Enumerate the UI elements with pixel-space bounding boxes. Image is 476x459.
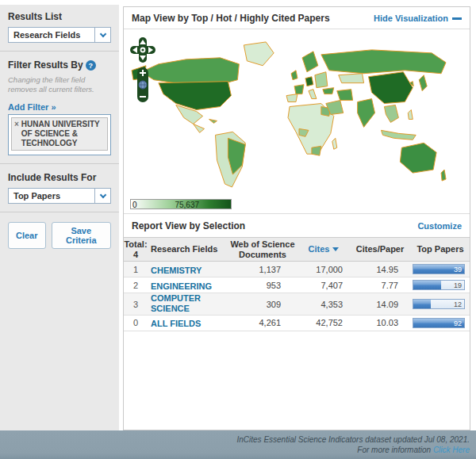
include-results-label: Include Results For	[8, 172, 111, 183]
column-header-cites[interactable]: Cites	[298, 243, 349, 256]
globe-reset-button[interactable]	[139, 81, 147, 89]
sort-descending-icon	[332, 247, 339, 251]
section-divider	[0, 51, 119, 52]
row-rank: 3	[124, 300, 148, 309]
top-papers-bar: 92	[413, 318, 465, 328]
include-results-dropdown[interactable]: Top Papers	[8, 188, 111, 204]
add-filter-link[interactable]: Add Filter »	[8, 102, 56, 112]
map-zoom-control	[137, 67, 148, 102]
results-table: Total: 4 Research Fields Web of Science …	[124, 237, 470, 331]
world-map[interactable]	[127, 31, 466, 189]
hide-visualization-label: Hide Visualization	[374, 13, 448, 23]
bar-value: 92	[454, 319, 462, 329]
row-cites-per-paper: 10.03	[349, 318, 411, 327]
row-cites-per-paper: 14.95	[349, 265, 411, 274]
row-cites-per-paper: 7.77	[349, 281, 411, 290]
map-navigation-controls	[130, 37, 155, 104]
total-count-header: Total: 4	[124, 238, 148, 261]
filter-tag-label: HUNAN UNIVERSITY OF SCIENCE & TECHNOLOGY	[21, 120, 105, 148]
table-row: 3 COMPUTER SCIENCE 309 4,353 14.09 12	[124, 293, 470, 316]
chevron-down-icon	[99, 191, 106, 197]
map-view-title: Map View by Top / Hot / Highly Cited Pap…	[132, 13, 330, 24]
filter-section-title: Filter Results By?	[8, 59, 111, 71]
field-link[interactable]: CHEMISTRY	[151, 266, 202, 276]
footer-info-line: For more information Click Here	[0, 445, 470, 455]
row-cites: 17,000	[298, 265, 349, 274]
row-cites: 42,752	[298, 318, 349, 327]
filter-note: Changing the filter field removes all cu…	[8, 75, 111, 94]
include-results-selected-value: Top Papers	[9, 191, 94, 201]
column-header-research-fields[interactable]: Research Fields	[148, 243, 227, 256]
bar-fill	[413, 281, 441, 289]
top-papers-bar: 19	[413, 280, 465, 290]
filter-tag: × HUNAN UNIVERSITY OF SCIENCE & TECHNOLO…	[11, 117, 108, 151]
dropdown-button[interactable]	[94, 28, 110, 42]
field-link[interactable]: COMPUTER SCIENCE	[151, 293, 227, 313]
table-header-row: Total: 4 Research Fields Web of Science …	[124, 237, 470, 262]
results-list-dropdown[interactable]: Research Fields	[8, 27, 111, 43]
map-legend: 0 75,637	[130, 199, 470, 213]
customize-link[interactable]: Customize	[417, 221, 462, 231]
cites-header-label: Cites	[309, 244, 330, 254]
row-docs: 953	[227, 281, 298, 290]
clear-button[interactable]: Clear	[8, 222, 46, 249]
top-papers-bar: 39	[413, 264, 465, 274]
row-cites-per-paper: 14.09	[349, 300, 411, 309]
top-papers-bar: 12	[413, 299, 465, 309]
save-criteria-button[interactable]: Save Criteria	[52, 222, 111, 249]
field-link[interactable]: ALL FIELDS	[151, 319, 201, 329]
map-panel-header: Map View by Top / Hot / Highly Cited Pap…	[124, 7, 470, 29]
column-header-top-papers[interactable]: Top Papers	[411, 243, 470, 256]
main-panel: Map View by Top / Hot / Highly Cited Pap…	[123, 6, 470, 430]
row-docs: 4,261	[227, 318, 298, 327]
esi-application: Results List Research Fields Filter Resu…	[0, 0, 476, 459]
footer-info-prefix: For more information	[357, 446, 433, 454]
row-docs: 1,137	[227, 265, 298, 274]
footer: InCites Essential Science Indicators dat…	[0, 430, 476, 459]
field-link[interactable]: ENGINEERING	[151, 281, 212, 292]
sidebar: Results List Research Fields Filter Resu…	[0, 5, 119, 430]
row-docs: 309	[227, 300, 298, 309]
help-icon[interactable]: ?	[86, 60, 96, 71]
bar-value: 12	[454, 300, 462, 310]
legend-max-value: 75,637	[175, 200, 199, 210]
footer-dataset-line: InCites Essential Science Indicators dat…	[0, 434, 470, 445]
section-divider	[0, 212, 119, 212]
collapse-icon	[452, 17, 462, 20]
results-list-selected-value: Research Fields	[9, 30, 94, 40]
table-row: 0 ALL FIELDS 4,261 42,752 10.03 92	[124, 316, 470, 331]
filter-section-title-text: Filter Results By	[8, 59, 83, 71]
column-header-wos-documents[interactable]: Web of Science Documents	[227, 238, 298, 261]
section-divider	[0, 163, 119, 164]
legend-min-value: 0	[132, 200, 137, 210]
map-area	[124, 29, 470, 197]
report-view-title: Report View by Selection	[132, 220, 245, 231]
remove-filter-icon[interactable]: ×	[14, 120, 19, 148]
row-cites: 4,353	[298, 300, 349, 309]
total-label: Total:	[124, 239, 148, 250]
table-row: 1 CHEMISTRY 1,137 17,000 14.95 39	[124, 262, 470, 277]
report-header: Report View by Selection Customize	[124, 213, 470, 237]
map-legend-gradient: 0 75,637	[130, 199, 232, 209]
total-value: 4	[124, 250, 148, 260]
bar-value: 39	[454, 265, 462, 275]
table-row: 2 ENGINEERING 953 7,407 7.77 19	[124, 277, 470, 293]
bar-fill	[413, 300, 431, 308]
row-rank: 0	[124, 318, 148, 327]
results-list-label: Results List	[8, 11, 111, 22]
column-header-cites-per-paper[interactable]: Cites/Paper	[349, 243, 411, 256]
dropdown-button[interactable]	[94, 189, 110, 203]
bar-value: 19	[454, 281, 462, 291]
active-filters-box: × HUNAN UNIVERSITY OF SCIENCE & TECHNOLO…	[8, 114, 111, 155]
row-rank: 2	[124, 281, 148, 290]
hide-visualization-link[interactable]: Hide Visualization	[374, 13, 462, 23]
row-rank: 1	[124, 265, 148, 274]
row-cites: 7,407	[298, 281, 349, 290]
map-pan-control[interactable]	[130, 37, 155, 63]
click-here-link[interactable]: Click Here	[433, 446, 470, 454]
chevron-down-icon	[99, 30, 106, 36]
